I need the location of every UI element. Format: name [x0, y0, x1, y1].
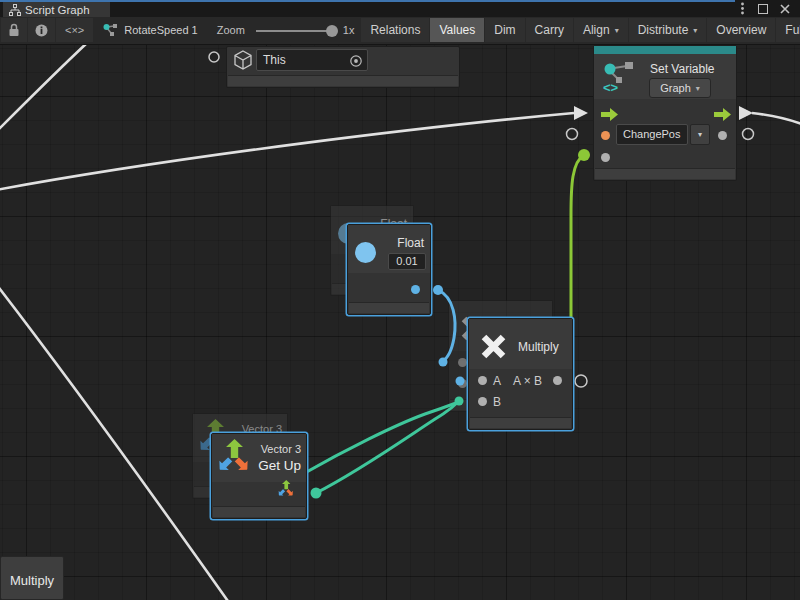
multiply-b-port [458, 379, 467, 388]
code-view-icon: <×> [65, 24, 84, 36]
values-button[interactable]: Values [430, 18, 484, 42]
vector3-icon [218, 439, 252, 477]
input-a-label: A [493, 374, 501, 388]
info-button[interactable] [28, 18, 55, 42]
flow-input-port[interactable] [601, 108, 618, 121]
align-dropdown[interactable]: Align▾ [574, 18, 628, 42]
close-icon[interactable] [778, 1, 792, 16]
node-footer [349, 302, 429, 313]
title-bar: Script Graph [0, 0, 800, 17]
svg-text:<>: <> [603, 80, 619, 94]
node-footer [228, 75, 458, 86]
multiply-b-port[interactable] [478, 397, 487, 406]
set-variable-node[interactable]: <> Set Variable Graph ▾ ChangePos ▾ [593, 45, 737, 181]
float-icon [355, 242, 376, 263]
variable-dropdown-button[interactable]: ▾ [690, 124, 710, 145]
chevron-down-icon: ▾ [696, 84, 700, 93]
menu-kebab-icon[interactable] [736, 1, 748, 16]
node-title: Multiply [518, 340, 559, 354]
set-variable-icon: <> [602, 60, 636, 94]
breadcrumb[interactable]: RotateSpeed 1 [94, 18, 206, 42]
focus-accent-line [0, 0, 735, 2]
variable-name-port[interactable] [601, 131, 610, 140]
float-value-field[interactable]: 0.01 [388, 253, 426, 270]
lock-button[interactable] [1, 18, 27, 42]
multiply-icon [479, 332, 508, 361]
info-icon [35, 24, 48, 37]
object-picker-icon[interactable] [349, 54, 363, 68]
overview-button[interactable]: Overview [707, 18, 775, 42]
chevron-down-icon: ▾ [615, 26, 619, 35]
lock-icon [8, 23, 20, 37]
tab-script-graph[interactable]: Script Graph [3, 2, 110, 17]
node-title: Set Variable [650, 62, 714, 76]
relations-button[interactable]: Relations [361, 18, 429, 42]
dim-button[interactable]: Dim [485, 18, 524, 42]
chevron-down-icon: ▾ [693, 26, 697, 35]
zoom-label: Zoom [208, 18, 254, 42]
distribute-dropdown[interactable]: Distribute▾ [629, 18, 707, 42]
this-object-field[interactable]: This [256, 49, 368, 71]
output-label: A × B [513, 374, 542, 388]
float-node[interactable]: Float 0.01 [347, 224, 431, 315]
graph-toolbar: <×> RotateSpeed 1 Zoom 1x Relations Valu… [0, 17, 800, 45]
node-footer [470, 417, 571, 428]
multiply-out-port[interactable] [553, 376, 562, 385]
this-field-value: This [263, 53, 286, 67]
vector3-get-up-node[interactable]: Vector 3 Get Up [211, 433, 307, 519]
vector3-output-port[interactable] [278, 480, 295, 499]
fullscreen-button[interactable]: Full Screen [776, 18, 800, 42]
variable-stripe [594, 46, 736, 54]
code-view-button[interactable]: <×> [56, 18, 93, 42]
breadcrumb-label: RotateSpeed 1 [124, 24, 197, 36]
node-type-label: Vector 3 [261, 443, 301, 455]
input-b-label: B [493, 395, 501, 409]
scope-value: Graph [660, 82, 691, 94]
variable-scope-dropdown[interactable]: Graph ▾ [649, 78, 711, 98]
multiply-node-offscreen[interactable]: Multiply [0, 556, 64, 600]
zoom-slider-handle[interactable] [326, 25, 338, 37]
zoom-slider[interactable] [254, 17, 336, 44]
node-footer [213, 506, 305, 517]
node-title: Get Up [258, 458, 301, 473]
flow-output-port[interactable] [714, 108, 731, 121]
zoom-value: 1x [337, 18, 361, 42]
node-title: Multiply [10, 573, 54, 588]
gameobject-cube-icon [233, 50, 253, 70]
tab-label: Script Graph [25, 4, 90, 16]
node-title: Float [397, 236, 424, 250]
this-node[interactable]: This [226, 46, 460, 88]
value-input-port[interactable] [601, 153, 610, 162]
value-output-port[interactable] [718, 131, 727, 140]
graph-tab-icon [9, 4, 21, 16]
multiply-a-port [458, 358, 467, 367]
variable-name-field[interactable]: ChangePos [616, 124, 688, 145]
zoom-slider-track[interactable] [256, 30, 334, 32]
chevron-down-icon: ▾ [698, 130, 702, 139]
multiply-a-port[interactable] [478, 376, 487, 385]
multiply-node[interactable]: Multiply A A × B B [468, 318, 573, 430]
float-output-port[interactable] [411, 285, 420, 294]
node-footer [595, 168, 735, 179]
maximize-icon[interactable] [756, 1, 770, 16]
carry-button[interactable]: Carry [526, 18, 573, 42]
graph-asset-icon [103, 23, 118, 37]
